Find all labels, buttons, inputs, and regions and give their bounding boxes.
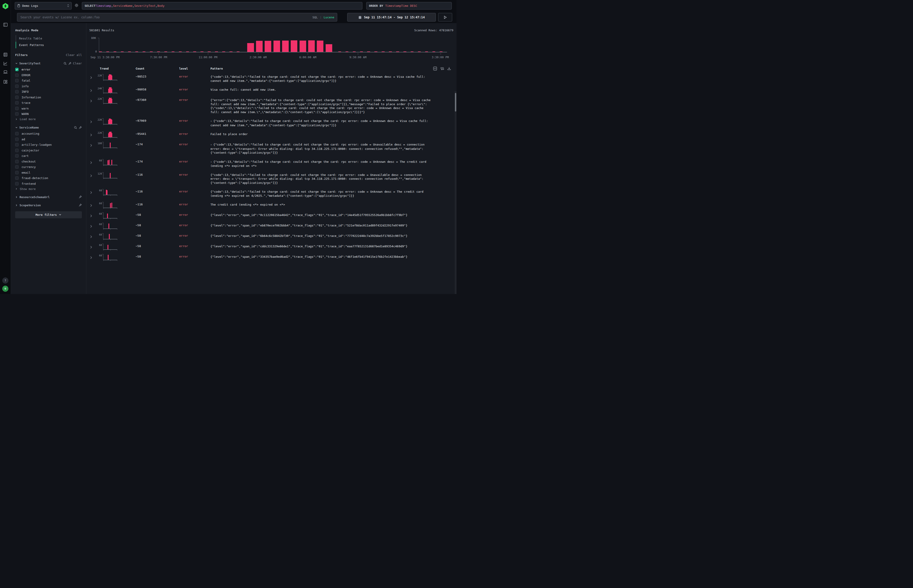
expand-row-button[interactable] xyxy=(89,118,94,124)
checkbox[interactable] xyxy=(15,171,19,174)
service-show-more[interactable]: Show more xyxy=(15,187,82,191)
severity-section-header[interactable]: SeverityText Clear xyxy=(15,61,82,65)
table-row[interactable]: 60~174error×{"code":13,"details":"failed… xyxy=(89,157,453,170)
expand-row-button[interactable] xyxy=(89,243,94,249)
expand-row-button[interactable] xyxy=(89,73,94,80)
checkbox[interactable] xyxy=(15,137,19,141)
analysis-mode-item[interactable]: Results Table xyxy=(16,35,82,42)
checkbox[interactable] xyxy=(15,154,19,158)
table-row[interactable]: 60~58error{"level":"error","span_id":"33… xyxy=(89,252,453,262)
severity-option[interactable]: Information xyxy=(15,96,82,99)
expand-row-button[interactable] xyxy=(89,97,94,103)
expand-row-button[interactable] xyxy=(89,188,94,195)
mode-lucene[interactable]: Lucene xyxy=(324,16,334,19)
download-icon[interactable] xyxy=(447,67,451,71)
service-option[interactable]: cainjector xyxy=(15,149,82,152)
search-logs-icon[interactable] xyxy=(3,52,8,57)
search-input[interactable] xyxy=(20,15,312,19)
table-row[interactable]: 24K~98058errorVisa cache full: cannot ad… xyxy=(89,84,453,95)
table-row[interactable]: 22K~97069error×{"code":13,"details":"fai… xyxy=(89,116,453,129)
app-logo[interactable] xyxy=(2,3,9,10)
severity-clear-link[interactable]: Clear xyxy=(73,61,82,65)
order-by-input[interactable]: ORDER BY TimestampTime DESC xyxy=(366,2,452,10)
pin-icon[interactable] xyxy=(79,204,82,207)
checkbox[interactable] xyxy=(15,101,19,105)
checkbox[interactable] xyxy=(15,112,19,116)
table-row[interactable]: 22K~98523error{"code":13,"details":"fail… xyxy=(89,72,453,84)
checkbox[interactable] xyxy=(15,149,19,152)
checkbox[interactable] xyxy=(15,90,19,94)
dismiss-x-mark[interactable]: × xyxy=(210,160,212,163)
sessions-icon[interactable] xyxy=(3,69,8,74)
expand-row-button[interactable] xyxy=(89,86,94,93)
service-option[interactable]: accounting xyxy=(15,132,82,135)
checkbox[interactable] xyxy=(15,73,19,77)
table-row[interactable]: 120~116error{"code":13,"details":"failed… xyxy=(89,170,453,187)
expand-row-button[interactable] xyxy=(89,254,94,260)
help-button[interactable]: ? xyxy=(2,278,8,284)
expand-row-button[interactable] xyxy=(89,212,94,218)
expand-row-button[interactable] xyxy=(89,158,94,165)
run-query-button[interactable] xyxy=(438,13,452,21)
search-icon[interactable] xyxy=(74,126,77,129)
user-avatar[interactable]: U xyxy=(2,286,8,292)
checkbox[interactable] xyxy=(15,84,19,88)
checkbox[interactable] xyxy=(15,176,19,180)
scrollbar-thumb[interactable] xyxy=(455,93,456,111)
service-section-header[interactable]: ServiceName xyxy=(15,126,82,129)
severity-load-more[interactable]: Load more xyxy=(15,118,82,121)
checkbox[interactable] xyxy=(15,132,19,135)
table-row[interactable]: 22K~97360error{"error":{"code":13,"detai… xyxy=(89,95,453,116)
checkbox[interactable] xyxy=(15,143,19,147)
service-option[interactable]: currency xyxy=(15,165,82,169)
service-option[interactable]: artillery-loadgen xyxy=(15,143,82,147)
expand-row-button[interactable] xyxy=(89,141,94,147)
severity-option[interactable]: INFO xyxy=(15,90,82,94)
severity-option[interactable]: warn xyxy=(15,107,82,110)
wrap-lines-icon[interactable] xyxy=(440,67,444,71)
severity-option[interactable]: trace xyxy=(15,101,82,105)
severity-option[interactable]: WARN xyxy=(15,112,82,116)
expand-row-button[interactable] xyxy=(89,171,94,178)
time-range-picker[interactable]: Sep 11 15:47:14 - Sep 12 15:47:14 xyxy=(347,13,436,21)
expand-row-button[interactable] xyxy=(89,233,94,239)
service-option[interactable]: frontend xyxy=(15,182,82,186)
table-row[interactable]: 180~174error×{"code":13,"details":"faile… xyxy=(89,139,453,157)
checkbox[interactable] xyxy=(15,107,19,110)
clear-all-link[interactable]: Clear all xyxy=(66,53,82,57)
service-option[interactable]: ad xyxy=(15,137,82,141)
table-row[interactable]: 60~116error{"code":13,"details":"failed … xyxy=(89,187,453,199)
table-row[interactable]: 60~58error{"level":"error","span_id":"cd… xyxy=(89,241,453,252)
service-option[interactable]: email xyxy=(15,171,82,174)
mode-sql[interactable]: SQL xyxy=(312,16,318,19)
checkbox[interactable] xyxy=(15,160,19,163)
checkbox[interactable] xyxy=(15,68,19,71)
scrollbar-track[interactable] xyxy=(455,91,456,294)
code-view-icon[interactable] xyxy=(433,67,437,71)
service-option[interactable]: fraud-detection xyxy=(15,176,82,180)
service-option[interactable]: cart xyxy=(15,154,82,158)
service-option[interactable]: checkout xyxy=(15,160,82,163)
select-query-input[interactable]: SELECT Timestamp, ServiceName, SeverityT… xyxy=(82,2,363,10)
table-row[interactable]: 60~58error{"level":"error","span_id":"6b… xyxy=(89,231,453,241)
checkbox[interactable] xyxy=(15,165,19,169)
severity-option[interactable]: error xyxy=(15,68,82,71)
analysis-mode-item[interactable]: Event Patterns xyxy=(16,42,82,48)
severity-option[interactable]: fatal xyxy=(15,79,82,82)
chart-explorer-icon[interactable] xyxy=(3,61,8,66)
source-select[interactable]: Demo Logs xyxy=(15,2,72,10)
dashboards-icon[interactable] xyxy=(3,79,8,84)
dismiss-x-mark[interactable]: × xyxy=(210,120,212,123)
checkbox[interactable] xyxy=(15,182,19,186)
gear-icon[interactable] xyxy=(74,3,79,8)
checkbox[interactable] xyxy=(15,96,19,99)
table-row[interactable]: 60~58error{"level":"error","span_id":"eb… xyxy=(89,220,453,231)
scope-version-section[interactable]: ScopeVersion xyxy=(15,204,82,207)
search-icon[interactable] xyxy=(63,62,67,65)
severity-option[interactable]: ERROR xyxy=(15,73,82,77)
more-filters-button[interactable]: More filters xyxy=(15,211,82,218)
pin-icon[interactable] xyxy=(79,126,82,129)
pin-icon[interactable] xyxy=(79,195,82,199)
dismiss-x-mark[interactable]: × xyxy=(210,143,212,146)
expand-row-button[interactable] xyxy=(89,222,94,228)
